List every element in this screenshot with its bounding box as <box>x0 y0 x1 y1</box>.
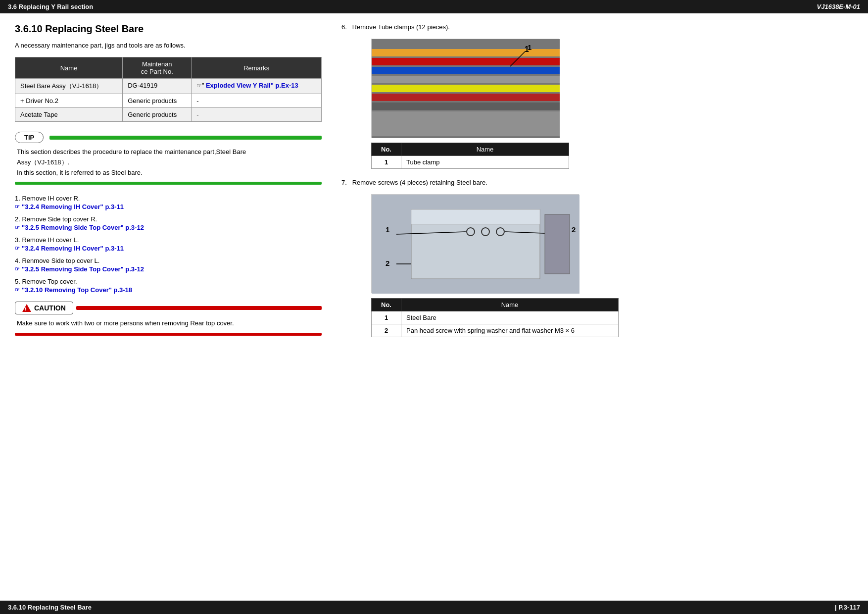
footer-section: 3.6.10 Replacing Steel Bare <box>8 604 92 611</box>
steel-col-no: No. <box>372 299 401 311</box>
caution-header: CAUTION <box>15 302 322 314</box>
caution-triangle-icon <box>22 304 31 312</box>
steel-bare-image: 1 2 2 <box>371 194 579 293</box>
svg-rect-3 <box>372 67 560 74</box>
parts-row-0: Steel Bare Assy（VJ-1618）DG-41919☞" Explo… <box>15 79 322 94</box>
footer-page: | P.3-117 <box>835 604 860 611</box>
svg-rect-8 <box>372 111 560 136</box>
step-item-1: 1. Remove IH cover R.☞"3.2.4 Removing IH… <box>15 195 322 210</box>
tube-col-name: Name <box>401 143 569 156</box>
parts-row-1: + Driver No.2Generic products- <box>15 94 322 108</box>
svg-rect-2 <box>372 58 560 65</box>
caution-label: CAUTION <box>15 302 73 314</box>
svg-rect-7 <box>372 102 560 110</box>
right-column: 6. Remove Tube clamps (12 pieces). <box>341 23 787 347</box>
tube-table: No. Name 1Tube clamp <box>371 143 569 169</box>
tip-box: TIP <box>15 132 322 143</box>
svg-text:1: 1 <box>528 43 531 51</box>
step6-text: 6. Remove Tube clamps (12 pieces). <box>341 23 787 31</box>
step-item-5: 5. Remove Top cover.☞"3.2.10 Removing To… <box>15 278 322 294</box>
steel-col-name: Name <box>401 299 619 311</box>
svg-rect-5 <box>372 85 560 92</box>
tube-clamp-image: 1 <box>371 39 559 138</box>
step-item-3: 3. Remove IH cover L.☞"3.2.4 Removing IH… <box>15 236 322 252</box>
steps-list: 1. Remove IH cover R.☞"3.2.4 Removing IH… <box>15 195 322 294</box>
parts-table: Name Maintenance Part No. Remarks Steel … <box>15 57 322 122</box>
page-footer: 3.6.10 Replacing Steel Bare | P.3-117 <box>0 601 868 614</box>
parts-row-2: Acetate TapeGeneric products- <box>15 108 322 122</box>
svg-rect-4 <box>372 76 560 83</box>
col-header-remarks: Remarks <box>192 57 322 79</box>
svg-text:2: 2 <box>386 259 389 267</box>
caution-bottom-bar <box>15 333 322 336</box>
caution-box: CAUTION Make sure to work with two or mo… <box>15 302 322 336</box>
tube-col-no: No. <box>372 143 401 156</box>
section-title: 3.6.10 Replacing Steel Bare <box>15 23 322 35</box>
svg-rect-13 <box>411 209 540 224</box>
tip-content: This section describes the procedure to … <box>15 147 322 178</box>
intro-text: A necessary maintenance part, jigs and t… <box>15 42 322 49</box>
right-step-7: 7. Remove screws (4 pieces) retaining St… <box>341 179 787 337</box>
tip-label: TIP <box>15 132 44 143</box>
header-docid: VJ1638E-M-01 <box>817 3 860 10</box>
steel-row-0: 1Steel Bare <box>372 311 619 324</box>
tube-row-0: 1Tube clamp <box>372 156 569 169</box>
header-section: 3.6 Replacing Y Rail section <box>8 3 93 10</box>
left-column: 3.6.10 Replacing Steel Bare A necessary … <box>15 23 322 347</box>
caution-red-bar <box>76 306 322 310</box>
svg-rect-6 <box>372 94 560 101</box>
main-content: 3.6.10 Replacing Steel Bare A necessary … <box>0 13 868 372</box>
tip-bottom-bar <box>15 182 322 185</box>
steel-table: No. Name 1Steel Bare2Pan head screw with… <box>371 298 619 337</box>
svg-rect-23 <box>545 214 570 274</box>
svg-text:1: 1 <box>386 225 389 234</box>
col-header-partno: Maintenance Part No. <box>123 57 192 79</box>
tip-green-bar <box>49 136 322 140</box>
step-item-4: 4. Renmove Side top cover L.☞"3.2.5 Remo… <box>15 257 322 273</box>
steel-row-1: 2Pan head screw with spring washer and f… <box>372 324 619 337</box>
col-header-name: Name <box>15 57 123 79</box>
caution-content: Make sure to work with two or more perso… <box>15 318 322 329</box>
step-item-2: 2. Remove Side top cover R.☞"3.2.5 Remov… <box>15 215 322 231</box>
page-header: 3.6 Replacing Y Rail section VJ1638E-M-0… <box>0 0 868 13</box>
right-step-6: 6. Remove Tube clamps (12 pieces). <box>341 23 787 169</box>
step7-text: 7. Remove screws (4 pieces) retaining St… <box>341 179 787 186</box>
svg-text:2: 2 <box>572 225 576 234</box>
